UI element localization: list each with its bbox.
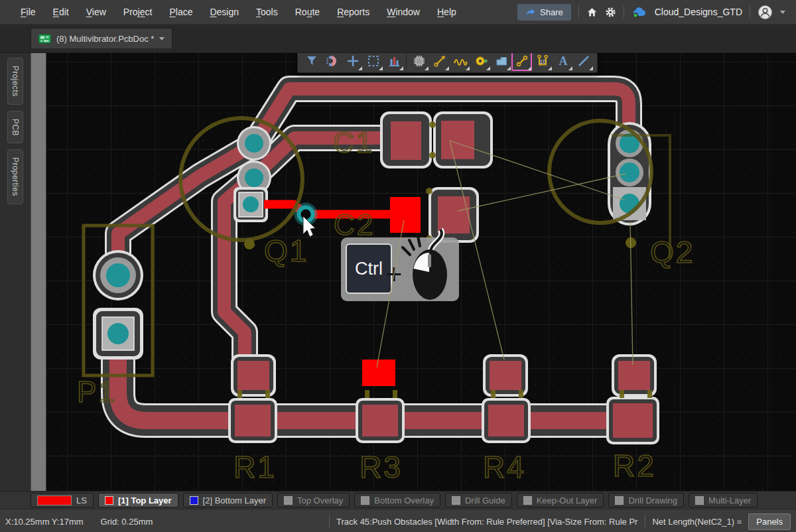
pcb-canvas[interactable]: C1 C2 Q1 Q2 P1 R1 R3 R4 R2 Ctrl <box>46 53 796 491</box>
ctrl-key-label: Ctrl <box>355 259 383 279</box>
designator-c2: C2 <box>334 208 375 241</box>
snapping-tool-button[interactable] <box>322 53 342 71</box>
line-icon <box>576 54 591 68</box>
place-via-tool-button[interactable] <box>470 53 491 71</box>
menu-item-tools[interactable]: Tools <box>247 0 287 24</box>
designator-q2: Q2 <box>650 235 695 269</box>
length-tuning-tool-button[interactable] <box>450 53 470 71</box>
menu-item-help[interactable]: Help <box>429 0 465 24</box>
sidebar-tab-pcb[interactable]: PCB <box>7 111 23 144</box>
layer-tab-label: Keep-Out Layer <box>537 496 598 505</box>
place-line-tool-button[interactable] <box>573 53 594 71</box>
avatar-icon <box>758 5 773 20</box>
layer-tab-label: LS <box>76 496 87 505</box>
pad-r4-2 <box>488 405 524 436</box>
divider <box>624 6 624 18</box>
tune-squiggle-icon <box>453 54 468 68</box>
cursor-coordinates: X:10.25mm Y:17mm <box>5 517 84 527</box>
layer-tab--2-bottom-layer[interactable]: [2] Bottom Layer <box>183 493 273 507</box>
layer-tab-multi-layer[interactable]: Multi-Layer <box>689 493 758 507</box>
toolbar-separator <box>406 53 407 70</box>
user-avatar[interactable] <box>758 5 773 20</box>
menu-item-view[interactable]: View <box>78 0 115 24</box>
bar-chart-icon <box>387 54 401 68</box>
jump-origin-tool-button[interactable] <box>342 53 363 71</box>
ratsnest-line <box>458 174 626 211</box>
panels-button[interactable]: Panels <box>748 513 791 530</box>
layer-color-swatch <box>284 496 293 505</box>
layer-tab-label: Top Overlay <box>297 496 343 505</box>
pcbdoc-icon <box>38 34 51 44</box>
component-p1-pads <box>93 250 143 360</box>
designator-p1: P1 <box>77 375 117 408</box>
layer-tab--1-top-layer[interactable]: [1] Top Layer <box>98 493 178 507</box>
designator-r2: R2 <box>613 448 656 483</box>
share-button[interactable]: Share <box>517 4 571 21</box>
length-gauge-tool-button[interactable]: 10 <box>532 53 553 71</box>
layer-tab-drill-drawing[interactable]: Drill Drawing <box>608 493 684 507</box>
layer-tab-label: [1] Top Layer <box>118 496 172 505</box>
active-toolbar: 10 A <box>297 53 598 73</box>
layer-tab-bottom-overlay[interactable]: Bottom Overlay <box>354 493 440 507</box>
status-left: X:10.25mm Y:17mm Grid: 0.25mm <box>5 517 322 527</box>
grid-setting: Grid: 0.25mm <box>101 517 153 527</box>
pad-r1-2 <box>235 405 271 436</box>
status-bar: X:10.25mm Y:17mm Grid: 0.25mm Track 45:P… <box>0 509 796 532</box>
menu-item-design[interactable]: Design <box>201 0 247 24</box>
menu-item-route[interactable]: Route <box>287 0 328 24</box>
route-icon <box>432 54 447 68</box>
layer-color-swatch <box>190 496 198 505</box>
pad-r2-2 <box>613 403 653 438</box>
polygon-pour-tool-button[interactable] <box>491 53 511 71</box>
pad-r4-1 <box>490 361 521 390</box>
left-panel-rail: Projects PCB Properties <box>0 53 31 491</box>
layer-color-swatch <box>37 496 72 505</box>
layer-tab-keep-out-layer[interactable]: Keep-Out Layer <box>517 493 604 507</box>
pcb-board-graphics[interactable]: C1 C2 Q1 Q2 P1 R1 R3 R4 R2 Ctrl <box>46 53 796 491</box>
place-component-tool-button[interactable] <box>409 53 429 71</box>
home-button[interactable] <box>586 7 598 18</box>
layer-tab-label: [2] Bottom Layer <box>203 496 266 505</box>
gear-icon <box>605 7 616 18</box>
document-tab-caret[interactable] <box>159 37 165 40</box>
cloud-workspace-button[interactable] <box>631 6 647 18</box>
cloud-icon <box>631 6 647 18</box>
measure-distance-icon <box>515 54 529 68</box>
quick-access-bar: Share Cloud_Designs_GTD <box>517 4 789 21</box>
menu-item-project[interactable]: Project <box>115 0 161 24</box>
layer-color-swatch <box>452 496 460 505</box>
menu-item-edit[interactable]: Edit <box>44 0 78 24</box>
layer-color-swatch <box>615 496 624 505</box>
filter-icon <box>304 54 319 68</box>
menu-item-place[interactable]: Place <box>161 0 201 24</box>
panel-splitter[interactable] <box>31 53 46 491</box>
interactive-route-tool-button[interactable] <box>429 53 450 71</box>
filter-tool-button[interactable] <box>301 53 322 71</box>
menu-item-window[interactable]: Window <box>378 0 429 24</box>
avatar-dropdown-caret[interactable] <box>780 11 785 14</box>
layer-color-swatch <box>361 496 369 505</box>
layer-tab-label: Drill Guide <box>465 496 505 505</box>
layer-tab-ls[interactable]: LS <box>31 493 94 507</box>
layer-tab-top-overlay[interactable]: Top Overlay <box>277 493 350 507</box>
measure-distance-tool-button[interactable] <box>511 53 532 71</box>
workspace-name[interactable]: Cloud_Designs_GTD <box>655 7 742 17</box>
designator-r4: R4 <box>483 450 526 484</box>
text-a-icon: A <box>556 54 570 68</box>
snap-magnet-icon <box>325 54 340 68</box>
select-area-tool-button[interactable] <box>363 53 383 71</box>
menu-item-reports[interactable]: Reports <box>328 0 378 24</box>
layer-tab-drill-guide[interactable]: Drill Guide <box>445 493 512 507</box>
sidebar-tab-properties[interactable]: Properties <box>7 149 23 204</box>
menu-item-file[interactable]: File <box>12 0 44 24</box>
sidebar-tab-projects[interactable]: Projects <box>7 58 23 105</box>
place-string-tool-button[interactable]: A <box>553 53 573 71</box>
document-tab-multivibrator[interactable]: (8) Multivibrator.PcbDoc * <box>31 28 172 48</box>
settings-button[interactable] <box>605 7 616 18</box>
pad-r2-1 <box>618 361 650 390</box>
component-q2-pads <box>608 122 651 226</box>
board-insight-tool-button[interactable] <box>383 53 404 71</box>
layer-tab-label: Drill Drawing <box>628 496 677 505</box>
divider <box>329 514 330 529</box>
crosshair-icon <box>346 54 360 68</box>
